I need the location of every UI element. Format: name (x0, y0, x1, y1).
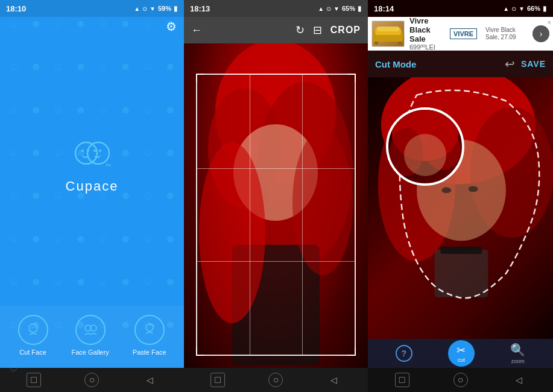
cut-tool-button[interactable]: ✂ cut (448, 340, 475, 367)
undo-button[interactable]: ↩ (505, 57, 515, 71)
svg-rect-21 (377, 27, 399, 31)
paste-face-button[interactable]: Paste Face (133, 315, 166, 356)
cut-mode-bottom-bar: ? ✂ cut 🔍 zoom (368, 339, 553, 368)
svg-point-0 (75, 142, 97, 164)
status-bar-middle: 18:13 ▲ ⊙ ▼ 65% ▮ (184, 0, 368, 17)
crop-handle-tl[interactable] (196, 74, 204, 82)
help-button[interactable]: ? (396, 345, 412, 362)
nav-bar-right: □ ○ ◁ (368, 368, 553, 392)
svg-point-4 (93, 150, 96, 152)
status-icons-left: ▲ ⊙ ▼ 59% ▮ (134, 4, 178, 13)
crop-grid-h2 (197, 261, 355, 262)
svg-point-3 (87, 150, 89, 152)
middle-toolbar: ← ↻ ⊟ CROP (184, 17, 368, 43)
ad-banner[interactable]: Vivre Black Sale 699⁰⁰LEI VIVRE Vivre Bl… (368, 17, 553, 51)
cut-outline (368, 77, 553, 339)
ad-brand-logo: VIVRE (450, 28, 477, 39)
crop-box[interactable] (196, 74, 356, 356)
status-icons-right: ▲ ⊙ ▼ 66% ▮ (503, 4, 547, 13)
cut-face-icon: ✂ (18, 315, 48, 345)
zoom-label: zoom (511, 358, 525, 364)
status-bar-right: 18:14 ▲ ⊙ ▼ 66% ▮ (368, 0, 553, 17)
panel-cut-mode: 18:14 ▲ ⊙ ▼ 66% ▮ Vivre Blac (368, 0, 553, 392)
nav-recent-icon-r[interactable]: ◁ (512, 373, 526, 387)
help-icon: ? (396, 345, 412, 362)
ad-close-button[interactable]: × (548, 19, 551, 26)
svg-rect-23 (398, 42, 402, 45)
crop-button[interactable]: CROP (330, 25, 361, 36)
ad-cta-text: Vivre Black Sale, 27.09 (485, 27, 528, 41)
back-button[interactable]: ← (191, 24, 202, 37)
nav-back-icon-r[interactable]: ○ (453, 373, 468, 387)
ad-subtitle: 699⁰⁰LEI (409, 43, 445, 51)
cupace-logo-icon: ✂ (68, 136, 116, 172)
right-toolbar-actions: ↩ SAVE (505, 57, 546, 71)
nav-recent-icon-m[interactable]: ◁ (327, 373, 341, 387)
face-gallery-label: Face Gallery (72, 349, 109, 356)
left-toolbar: ⚙ (0, 17, 184, 36)
ad-product-image (371, 21, 405, 47)
ad-title: Vivre Black Sale (409, 16, 445, 43)
cut-image-area[interactable] (368, 77, 553, 339)
time-middle: 18:13 (190, 4, 210, 13)
svg-point-2 (81, 150, 84, 152)
svg-text:✂: ✂ (31, 326, 34, 330)
time-left: 18:10 (6, 4, 26, 13)
face-gallery-icon (75, 315, 106, 345)
zoom-icon: 🔍 (510, 343, 525, 357)
svg-rect-22 (374, 42, 378, 45)
crop-handle-br[interactable] (347, 347, 356, 356)
status-icons-middle: ▲ ⊙ ▼ 65% ▮ (318, 4, 362, 13)
cut-face-button[interactable]: ✂ Cut Face (18, 315, 48, 356)
crop-toggle-icon[interactable]: ⊟ (313, 24, 322, 37)
ad-arrow-button[interactable]: › (532, 25, 549, 42)
crop-image-area[interactable] (184, 43, 368, 368)
nav-bar-middle: □ ○ ◁ (184, 368, 368, 392)
ad-text-area: Vivre Black Sale 699⁰⁰LEI (409, 16, 445, 51)
panel-crop-editor: 18:13 ▲ ⊙ ▼ 65% ▮ ← ↻ ⊟ CROP (184, 0, 368, 392)
paste-face-icon (134, 315, 165, 345)
crop-handle-bl[interactable] (196, 347, 204, 356)
status-bar-left: 18:10 ▲ ⊙ ▼ 59% ▮ (0, 0, 184, 17)
crop-grid-v2 (302, 75, 303, 355)
nav-home-icon-r[interactable]: □ (395, 373, 409, 387)
nav-back-icon-m[interactable]: ○ (268, 373, 283, 387)
cut-tool-label: cut (458, 357, 465, 363)
face-gallery-button[interactable]: Face Gallery (72, 315, 109, 356)
scissors-icon: ✂ (457, 344, 466, 357)
nav-home-icon-m[interactable]: □ (210, 373, 225, 387)
actions-bar: ✂ Cut Face Face Gallery (0, 306, 184, 368)
time-right: 18:14 (374, 4, 394, 13)
panel-cupace-home: ☺ ☻ ☺ ☻ ☺ ☻ ☺ ☻ ☺ ☻ ☺ ☻ ☺ ☻ ☺ ☻ ☺ ☻ ☺ ☻ … (0, 0, 184, 392)
cut-face-label: Cut Face (19, 349, 46, 356)
paste-face-label: Paste Face (133, 349, 166, 356)
svg-point-5 (99, 150, 101, 152)
crop-handle-tr[interactable] (347, 74, 356, 82)
right-toolbar: Cut Mode ↩ SAVE (368, 51, 553, 77)
refresh-icon[interactable]: ↻ (295, 24, 305, 37)
zoom-button[interactable]: 🔍 zoom (510, 343, 525, 364)
crop-grid-v1 (250, 75, 250, 355)
toolbar-tools: ↻ ⊟ CROP (295, 24, 361, 37)
cut-mode-title: Cut Mode (375, 59, 416, 69)
svg-point-35 (404, 134, 446, 176)
svg-text:✂: ✂ (106, 161, 112, 169)
settings-icon[interactable]: ⚙ (166, 19, 177, 34)
crop-grid-h1 (197, 168, 355, 169)
cupace-logo-area: ✂ Cupace (0, 36, 184, 306)
app-title: Cupace (66, 179, 119, 194)
zoom-circle (386, 107, 464, 186)
save-button[interactable]: SAVE (521, 59, 546, 69)
